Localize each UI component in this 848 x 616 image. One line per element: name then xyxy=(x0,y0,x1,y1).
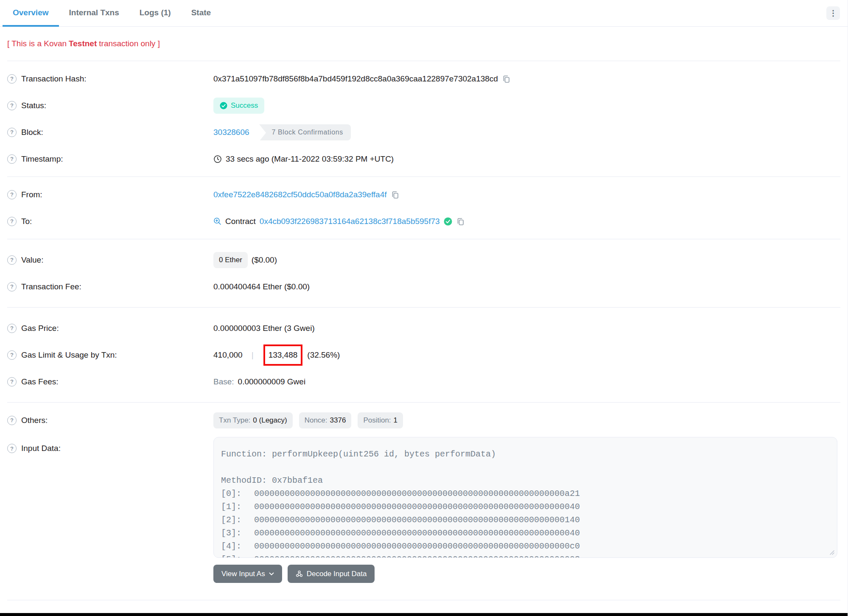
gas-used-value: 133,488 xyxy=(269,350,298,359)
others-label: Others: xyxy=(21,416,48,425)
input-word-row: [5]: 00000000000000000000000000000000000… xyxy=(221,553,830,558)
help-icon[interactable]: ? xyxy=(7,282,17,291)
gas-used-percent: (32.56%) xyxy=(307,350,340,360)
to-address-link[interactable]: 0x4cb093f226983713164a62138c3f718a5b595f… xyxy=(260,217,440,226)
pipe-separator: | xyxy=(252,350,254,360)
nonce-value: 3376 xyxy=(330,416,346,425)
copy-icon[interactable] xyxy=(456,217,465,226)
from-label: From: xyxy=(21,190,42,199)
position-key: Position: xyxy=(363,416,391,425)
gas-price-value: 0.000000003 Ether (3 Gwei) xyxy=(213,324,315,333)
row-gas-fees: ? Gas Fees: Base: 0.000000009 Gwei xyxy=(7,368,840,395)
input-word-row: [0]: 00000000000000000000000000000000000… xyxy=(221,487,830,500)
row-transaction-hash: ? Transaction Hash: 0x371a51097fb78df856… xyxy=(7,65,840,92)
group-others-input: ? Others: Txn Type: 0 (Legacy) Nonce: 33… xyxy=(0,403,848,587)
kebab-menu-button[interactable]: ⋮ xyxy=(826,6,840,20)
input-data-label: Input Data: xyxy=(21,444,61,453)
word-hex: 0000000000000000000000000000000000000000… xyxy=(254,513,580,526)
magnifier-plus-icon[interactable] xyxy=(213,217,221,225)
input-word-row: [3]: 00000000000000000000000000000000000… xyxy=(221,526,830,540)
input-word-row: [1]: 00000000000000000000000000000000000… xyxy=(221,500,830,513)
timestamp-label: Timestamp: xyxy=(21,154,63,164)
chevron-down-icon xyxy=(269,572,274,576)
help-icon[interactable]: ? xyxy=(7,324,17,333)
transaction-fee-value: 0.000400464 Ether ($0.00) xyxy=(213,282,310,291)
row-to: ? To: Contract 0x4cb093f226983713164a621… xyxy=(7,208,840,235)
tab-overview[interactable]: Overview xyxy=(3,0,59,27)
word-index: [0]: xyxy=(221,487,254,500)
from-address-link[interactable]: 0xfee7522e8482682cf50ddc50a0f8da2a39effa… xyxy=(213,190,387,199)
word-hex: 0000000000000000000000000000000000000000… xyxy=(254,553,580,558)
value-usd: ($0.00) xyxy=(252,255,277,265)
transaction-hash-value: 0x371a51097fb78df856f8b4a7bd459f192d8cc8… xyxy=(213,74,498,84)
word-hex: 0000000000000000000000000000000000000000… xyxy=(254,526,580,540)
input-blank-line xyxy=(221,461,830,474)
resize-handle-icon[interactable] xyxy=(829,549,835,555)
copy-icon[interactable] xyxy=(502,75,510,83)
copy-icon[interactable] xyxy=(391,190,399,199)
input-methodid-text: MethodID: 0x7bbaf1ea xyxy=(221,474,323,487)
input-actions: View Input As Decode Input Data xyxy=(213,565,840,583)
status-badge-text: Success xyxy=(231,101,258,110)
transaction-hash-label: Transaction Hash: xyxy=(21,74,86,84)
kebab-menu-icon: ⋮ xyxy=(829,8,837,18)
group-gas: ? Gas Price: 0.000000003 Ether (3 Gwei) … xyxy=(0,308,848,402)
view-input-as-label: View Input As xyxy=(221,570,265,578)
annotation-red-box: 133,488 xyxy=(263,344,303,366)
row-status: ? Status: Success xyxy=(7,92,840,119)
timestamp-value: 33 secs ago (Mar-11-2022 03:59:32 PM +UT… xyxy=(226,154,394,164)
tab-internal-txns[interactable]: Internal Txns xyxy=(59,0,129,27)
view-input-as-button[interactable]: View Input As xyxy=(213,565,282,583)
decode-input-data-button[interactable]: Decode Input Data xyxy=(288,565,375,583)
help-icon[interactable]: ? xyxy=(7,350,17,360)
help-icon[interactable]: ? xyxy=(7,416,17,425)
block-label: Block: xyxy=(21,128,43,137)
word-index: [4]: xyxy=(221,540,254,553)
help-icon[interactable]: ? xyxy=(7,217,17,226)
testnet-notice: [ This is a Kovan Testnet transaction on… xyxy=(0,27,848,61)
input-function-text: Function: performUpkeep(uint256 id, byte… xyxy=(221,448,496,461)
row-input-data: ? Input Data: Function: performUpkeep(ui… xyxy=(7,437,840,558)
row-others: ? Others: Txn Type: 0 (Legacy) Nonce: 33… xyxy=(7,407,840,434)
word-index: [2]: xyxy=(221,513,254,526)
gas-fees-label: Gas Fees: xyxy=(21,377,59,386)
notice-suffix: transaction only ] xyxy=(99,39,160,48)
gas-fees-base-value: 0.000000009 Gwei xyxy=(238,377,306,386)
clock-icon xyxy=(213,155,222,163)
word-hex: 0000000000000000000000000000000000000000… xyxy=(254,540,580,553)
help-icon[interactable]: ? xyxy=(7,128,17,137)
row-gas-limit-usage: ? Gas Limit & Usage by Txn: 410,000 | 13… xyxy=(7,342,840,368)
gas-price-label: Gas Price: xyxy=(21,324,59,333)
row-value: ? Value: 0 Ether ($0.00) xyxy=(7,246,840,273)
footer-bar xyxy=(0,613,848,616)
row-transaction-fee: ? Transaction Fee: 0.000400464 Ether ($0… xyxy=(7,273,840,300)
gas-limit-label: Gas Limit & Usage by Txn: xyxy=(21,350,117,360)
notice-prefix: [ This is a Kovan xyxy=(7,39,67,48)
group-hash-status-block-time: ? Transaction Hash: 0x371a51097fb78df856… xyxy=(0,61,848,176)
input-methodid-line: MethodID: 0x7bbaf1ea xyxy=(221,474,830,487)
tab-logs[interactable]: Logs (1) xyxy=(129,0,181,27)
value-amount-badge: 0 Ether xyxy=(213,252,248,268)
help-icon[interactable]: ? xyxy=(7,101,17,110)
divider xyxy=(7,600,840,600)
help-icon[interactable]: ? xyxy=(7,255,17,265)
tab-state[interactable]: State xyxy=(181,0,221,27)
group-value-fee: ? Value: 0 Ether ($0.00) ? Transaction F… xyxy=(0,239,848,307)
position-value: 1 xyxy=(394,416,397,425)
to-label: To: xyxy=(21,217,32,226)
row-block: ? Block: 30328606 7 Block Confirmations xyxy=(7,119,840,146)
word-index: [1]: xyxy=(221,500,254,513)
block-confirmations-badge: 7 Block Confirmations xyxy=(259,124,351,140)
help-icon[interactable]: ? xyxy=(7,444,17,453)
transaction-overview-page: Overview Internal Txns Logs (1) State ⋮ … xyxy=(0,0,848,616)
txn-type-key: Txn Type: xyxy=(219,416,250,425)
input-data-box[interactable]: Function: performUpkeep(uint256 id, byte… xyxy=(213,437,837,558)
tab-bar: Overview Internal Txns Logs (1) State ⋮ xyxy=(0,0,848,27)
help-icon[interactable]: ? xyxy=(7,154,17,164)
help-icon[interactable]: ? xyxy=(7,74,17,84)
block-number-link[interactable]: 30328606 xyxy=(213,128,249,137)
help-icon[interactable]: ? xyxy=(7,190,17,199)
decode-label: Decode Input Data xyxy=(307,570,367,578)
to-contract-word: Contract xyxy=(225,217,256,226)
help-icon[interactable]: ? xyxy=(7,377,17,386)
